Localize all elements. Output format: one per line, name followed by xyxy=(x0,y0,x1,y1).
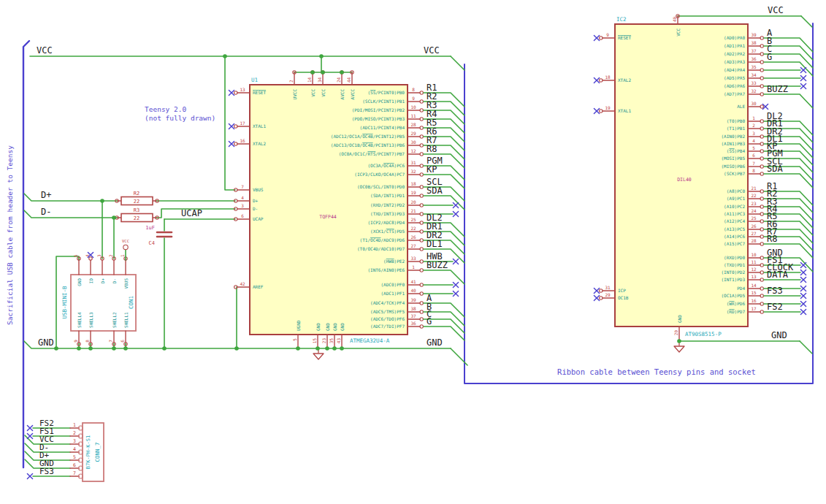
net-label-SDA[interactable]: SDA xyxy=(427,186,443,196)
net-label-BUZZ[interactable]: BUZZ xyxy=(427,260,448,270)
pin-number: 39 xyxy=(410,297,416,302)
pin-name: UVCC xyxy=(292,89,297,100)
pin-number: 23 xyxy=(321,338,326,344)
pin-number: 33 xyxy=(410,256,416,261)
net-label-GND[interactable]: GND xyxy=(38,337,54,348)
net-label-VCC[interactable]: VCC xyxy=(37,45,53,56)
net-label-FS3[interactable]: FS3 xyxy=(39,467,54,476)
pin-name: (RXD)PD0 xyxy=(724,255,745,260)
net-label-KP[interactable]: KP xyxy=(427,164,437,175)
pin-number: 13 xyxy=(751,274,757,279)
net-label-R8[interactable]: R8 xyxy=(767,234,777,244)
pin-name: (AD4)PA4 xyxy=(724,67,745,72)
pin-name: (MOSI)PB5 xyxy=(721,156,745,161)
pin-number: 11 xyxy=(751,259,757,264)
net-label-UCAP[interactable]: UCAP xyxy=(181,208,202,218)
pin-number: 2 xyxy=(108,254,113,257)
net-label-FS3[interactable]: FS3 xyxy=(767,286,783,296)
pin-name: (INT6/AIN0)PE6 xyxy=(367,267,405,272)
pin-name: (A14)PC6 xyxy=(724,234,745,239)
pin-number: 4 xyxy=(241,195,244,200)
junction-dot xyxy=(316,346,320,351)
pin-number: 9 xyxy=(412,96,415,101)
wire[interactable] xyxy=(764,94,813,108)
net-label-FS2[interactable]: FS2 xyxy=(767,302,783,312)
pin-name: XTAL1 xyxy=(618,108,631,113)
pin-name: (ADC12/OC1A/OC4B/PCINT12)PB5 xyxy=(331,134,405,139)
pin-number: 42 xyxy=(240,281,245,286)
connector-reference: CON1 xyxy=(128,296,134,309)
pin-name: (ADC6/TDO)PF6 xyxy=(370,316,405,321)
pin-number: 6 xyxy=(241,213,244,218)
pin-number: 41 xyxy=(410,279,416,284)
junction-dot xyxy=(77,346,81,351)
wire[interactable] xyxy=(225,56,235,190)
pin-name: (PDI/MOSI/PCINT2)PB2 xyxy=(352,107,405,112)
pin-name: (HWB)PE2 xyxy=(383,259,405,264)
pin-number: 27 xyxy=(751,231,757,236)
pin-number: 25 xyxy=(751,215,757,221)
junction-dot xyxy=(234,346,239,351)
pin-number: 38 xyxy=(751,40,757,45)
ic-footprint: DIL40 xyxy=(677,177,692,183)
pin-name: (SS/PCINT0)PB0 xyxy=(367,90,405,95)
wire[interactable] xyxy=(800,341,812,354)
pin-name: XTAL2 xyxy=(618,77,631,83)
net-label-VCC[interactable]: VCC xyxy=(768,5,784,15)
pin-name: (AD5)PA5 xyxy=(724,75,745,80)
pin-number: 5 xyxy=(73,454,76,460)
resistor-value: 22 xyxy=(134,199,139,205)
pin-number: 36 xyxy=(410,321,416,326)
pin-name: SHELL2 xyxy=(112,312,117,328)
pin-number: 5 xyxy=(73,254,78,257)
schematic-canvas: Sacrificial USB cable from header to Tee… xyxy=(0,0,826,504)
pin-number: 29 xyxy=(410,131,416,136)
wire[interactable] xyxy=(764,62,813,76)
pin-name: (SDA/INT1)PD1 xyxy=(370,193,405,198)
pin-number: 14 xyxy=(751,283,757,288)
pin-name: VCC xyxy=(676,28,681,37)
pin-name: (ADC1)PF1 xyxy=(381,291,405,296)
net-label-G[interactable]: G xyxy=(427,316,432,327)
pin-name: (T0/OC4D/ADC10)PD7 xyxy=(357,246,405,251)
pin-name: (SS)PB4 xyxy=(727,148,746,153)
ic-reference[interactable]: U1 xyxy=(251,77,258,83)
pin-number: 35 xyxy=(329,338,334,344)
net-label-SDA[interactable]: SDA xyxy=(767,164,783,174)
ic-body-u1[interactable] xyxy=(250,85,408,335)
net-label-BUZZ[interactable]: BUZZ xyxy=(767,84,788,94)
pin-name: (A10)PC2 xyxy=(724,204,745,209)
junction-dot xyxy=(340,346,344,351)
pin-name: GND xyxy=(677,315,682,323)
net-label-GND[interactable]: GND xyxy=(771,330,787,340)
net-label-G[interactable]: G xyxy=(767,52,772,62)
pin-name: (A9)PC1 xyxy=(727,196,746,201)
net-label-VCC[interactable]: VCC xyxy=(424,45,440,56)
pin-number: 23 xyxy=(751,201,757,206)
junction-dot xyxy=(223,54,227,58)
pin-name: RESET xyxy=(253,90,266,95)
pin-name: (ADC4/TCK)PF4 xyxy=(370,300,405,305)
net-label-DL1[interactable]: DL1 xyxy=(427,239,443,249)
net-label-GND[interactable]: GND xyxy=(427,337,443,348)
pin-name: (AD7)PA7 xyxy=(724,91,745,96)
net-label-D+[interactable]: D+ xyxy=(41,190,51,200)
pin-number: 35 xyxy=(751,64,757,69)
net-label-DATA[interactable]: DATA xyxy=(767,270,789,280)
ic-reference[interactable]: IC2 xyxy=(616,16,627,23)
ground-symbol xyxy=(313,354,324,359)
pin-number: 25 xyxy=(410,217,416,222)
pin-number: 44 xyxy=(346,77,351,83)
pin-number: 1 xyxy=(412,264,415,270)
pin-number: 18 xyxy=(410,181,416,186)
pin-number: 32 xyxy=(410,169,416,174)
net-label-R8[interactable]: R8 xyxy=(427,144,437,154)
note-teensy: Teensy 2.0 xyxy=(145,105,186,113)
wire[interactable] xyxy=(801,16,812,27)
ground-symbol xyxy=(674,346,684,352)
wire[interactable] xyxy=(24,210,118,218)
net-label-D-[interactable]: D- xyxy=(41,207,51,217)
connector-value: B7K-PH-K-S1 xyxy=(85,435,91,469)
wire[interactable] xyxy=(451,56,464,70)
pin-name: GND xyxy=(316,323,321,331)
